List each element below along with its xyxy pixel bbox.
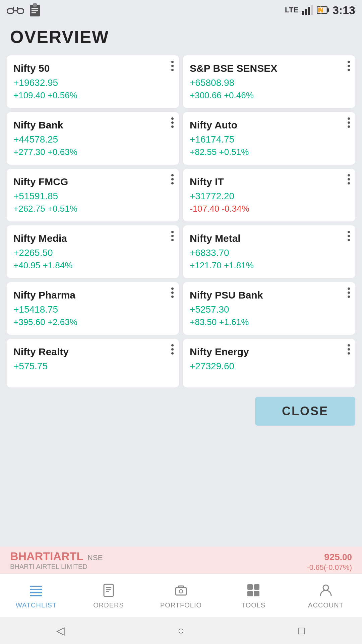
card-title-niftyenergy: Nifty Energy xyxy=(190,346,349,358)
card-value-niftyit: +31772.20 xyxy=(190,191,349,202)
recents-button[interactable]: □ xyxy=(293,622,310,639)
card-menu-sensex[interactable] xyxy=(348,61,350,71)
card-title-niftypharma: Nifty Pharma xyxy=(13,289,172,301)
overview-header: OVERVIEW xyxy=(0,20,362,52)
glasses-icon xyxy=(7,5,24,15)
card-change-niftyfmcg: +262.75 +0.51% xyxy=(13,204,172,214)
bottom-nav: WATCHLIST ORDERS PORTFOLIO TOOLS ACCOUNT xyxy=(0,574,362,617)
nav-item-orders[interactable]: ORDERS xyxy=(72,582,145,609)
ticker-price: 925.00 xyxy=(307,549,352,563)
nav-item-watchlist[interactable]: WATCHLIST xyxy=(0,582,72,609)
svg-rect-0 xyxy=(7,9,14,13)
ticker-name: BHARTIARTL xyxy=(10,550,83,563)
cards-grid: Nifty 50+19632.95+109.40 +0.56%S&P BSE S… xyxy=(7,55,355,387)
nav-icon-portfolio xyxy=(173,582,189,599)
card-menu-niftyit[interactable] xyxy=(348,174,350,184)
nav-label-orders: ORDERS xyxy=(93,601,124,609)
back-button[interactable]: ◁ xyxy=(52,622,69,639)
ticker-exchange: NSE xyxy=(87,553,103,562)
svg-rect-1 xyxy=(17,9,24,13)
card-nifty50: Nifty 50+19632.95+109.40 +0.56% xyxy=(7,55,179,108)
card-niftypsubank: Nifty PSU Bank+5257.30+83.50 +1.61% xyxy=(183,282,355,335)
svg-point-35 xyxy=(323,585,328,590)
ticker-price-fraction: .00 xyxy=(340,552,352,562)
card-menu-niftymedia[interactable] xyxy=(171,231,174,241)
card-value-sensex: +65808.98 xyxy=(190,77,349,88)
svg-rect-21 xyxy=(30,586,42,587)
card-menu-nifty50[interactable] xyxy=(171,61,174,71)
close-button-container: CLOSE xyxy=(0,391,362,428)
card-value-niftymetal: +6833.70 xyxy=(190,248,349,258)
card-change-niftyauto: +82.55 +0.51% xyxy=(190,147,349,157)
card-menu-niftypharma[interactable] xyxy=(171,287,174,298)
ticker-change: -0.65(-0.07%) xyxy=(307,563,352,572)
status-bar-left xyxy=(7,3,41,17)
nav-icon-account xyxy=(317,582,334,599)
close-button[interactable]: CLOSE xyxy=(255,397,355,426)
card-menu-niftyrealty[interactable] xyxy=(171,344,174,355)
card-change-nifty50: +109.40 +0.56% xyxy=(13,90,172,101)
svg-rect-22 xyxy=(30,589,42,590)
card-menu-niftymetal[interactable] xyxy=(348,231,350,241)
card-menu-niftyauto[interactable] xyxy=(348,117,350,128)
card-value-niftymedia: +2265.50 xyxy=(13,248,172,258)
home-button[interactable]: ○ xyxy=(173,622,189,639)
card-menu-niftypsubank[interactable] xyxy=(348,287,350,298)
card-niftymetal: Nifty Metal+6833.70+121.70 +1.81% xyxy=(183,225,355,278)
nav-item-tools[interactable]: TOOLS xyxy=(217,582,290,609)
ticker-left: BHARTIARTL NSE BHARTI AIRTEL LIMITED xyxy=(10,550,103,571)
card-niftyrealty: Nifty Realty+575.75 xyxy=(7,339,179,387)
nav-item-portfolio[interactable]: PORTFOLIO xyxy=(145,582,217,609)
card-title-niftyit: Nifty IT xyxy=(190,176,349,187)
nav-icon-tools xyxy=(245,582,262,599)
nav-label-watchlist: WATCHLIST xyxy=(16,601,57,609)
status-bar-right: LTE 3:13 xyxy=(285,4,355,17)
card-title-nifty50: Nifty 50 xyxy=(13,63,172,74)
ticker-company: BHARTI AIRTEL LIMITED xyxy=(10,563,87,570)
battery-icon xyxy=(317,5,329,15)
card-niftyit: Nifty IT+31772.20-107.40 -0.34% xyxy=(183,169,355,221)
card-title-niftymedia: Nifty Media xyxy=(13,233,172,244)
card-value-niftyenergy: +27329.60 xyxy=(190,361,349,372)
card-value-niftyrealty: +575.75 xyxy=(13,361,172,372)
nav-label-portfolio: PORTFOLIO xyxy=(160,601,202,609)
clipboard-icon xyxy=(29,3,41,17)
svg-rect-8 xyxy=(33,3,37,7)
page-title: OVERVIEW xyxy=(10,27,352,47)
ticker-right: 925.00 -0.65(-0.07%) xyxy=(307,549,352,572)
card-value-niftypsubank: +5257.30 xyxy=(190,304,349,315)
svg-rect-25 xyxy=(104,584,113,596)
card-niftyfmcg: Nifty FMCG+51591.85+262.75 +0.51% xyxy=(7,169,179,221)
content-area: Nifty 50+19632.95+109.40 +0.56%S&P BSE S… xyxy=(0,52,362,391)
card-menu-niftyfmcg[interactable] xyxy=(171,174,174,184)
svg-rect-33 xyxy=(247,591,253,596)
svg-rect-15 xyxy=(311,5,313,15)
card-title-niftypsubank: Nifty PSU Bank xyxy=(190,289,349,301)
svg-rect-32 xyxy=(254,584,259,590)
svg-rect-12 xyxy=(302,11,304,15)
svg-rect-6 xyxy=(17,7,18,9)
nav-label-tools: TOOLS xyxy=(241,601,265,609)
card-change-niftybank: +277.30 +0.63% xyxy=(13,147,172,157)
svg-point-30 xyxy=(179,590,183,593)
card-niftypharma: Nifty Pharma+15418.75+395.60 +2.63% xyxy=(7,282,179,335)
svg-rect-5 xyxy=(13,7,14,9)
lte-label: LTE xyxy=(285,6,298,14)
card-menu-niftyenergy[interactable] xyxy=(348,344,350,355)
nav-item-account[interactable]: ACCOUNT xyxy=(290,582,362,609)
status-bar: LTE 3:13 xyxy=(0,0,362,20)
svg-rect-31 xyxy=(247,584,253,590)
svg-rect-14 xyxy=(308,7,310,15)
card-niftymedia: Nifty Media+2265.50+40.95 +1.84% xyxy=(7,225,179,278)
svg-rect-23 xyxy=(30,592,42,593)
time-display: 3:13 xyxy=(333,4,355,17)
card-menu-niftybank[interactable] xyxy=(171,117,174,128)
card-title-niftyrealty: Nifty Realty xyxy=(13,346,172,358)
signal-icon xyxy=(302,5,314,15)
card-change-niftymetal: +121.70 +1.81% xyxy=(190,260,349,271)
nav-label-account: ACCOUNT xyxy=(308,601,344,609)
card-title-niftymetal: Nifty Metal xyxy=(190,233,349,244)
card-change-niftymedia: +40.95 +1.84% xyxy=(13,260,172,271)
ticker-bar: BHARTIARTL NSE BHARTI AIRTEL LIMITED 925… xyxy=(0,547,362,574)
svg-rect-13 xyxy=(305,9,307,15)
